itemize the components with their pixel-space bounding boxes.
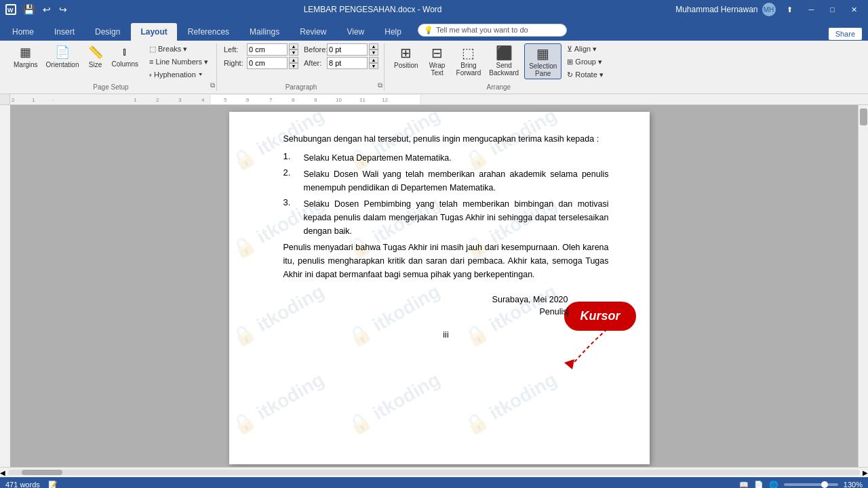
document-viewport[interactable]: 🔒 itkoding 🔒 itkoding 🔒 itkoding 🔒 itkod… (10, 105, 868, 467)
spacing-after-down[interactable]: ▼ (369, 63, 378, 69)
breaks-btn[interactable]: ⬚ Breaks ▾ (146, 43, 211, 55)
svg-text:10: 10 (336, 97, 342, 103)
orientation-btn[interactable]: 📄 Orientation (43, 43, 82, 70)
arrange-label: Arrange (391, 82, 606, 91)
position-btn[interactable]: ⊞ Position (391, 43, 421, 70)
indent-left-down[interactable]: ▼ (289, 49, 298, 56)
redo-quick-btn[interactable]: ↪ (56, 3, 70, 16)
indent-right-spinner: ▲ ▼ (289, 57, 298, 69)
user-avatar: MH (762, 3, 776, 16)
zoom-slider[interactable] (784, 483, 838, 486)
page-setup-group: ▦ Margins 📄 Orientation 📏 Size ⫾ (5, 43, 217, 91)
tab-mailings[interactable]: Mailings (240, 23, 289, 41)
web-layout-btn[interactable]: 🌐 (769, 481, 778, 489)
tab-design[interactable]: Design (85, 23, 130, 41)
intro-paragraph: Sehubungan dengan hal tersebut, penulis … (283, 132, 609, 146)
save-quick-btn[interactable]: 💾 (20, 3, 37, 16)
spacing-before-row: Before: ▲ ▼ (304, 43, 378, 56)
minimize-btn[interactable]: ─ (804, 4, 820, 15)
tab-review[interactable]: Review (290, 23, 336, 41)
margins-label: Margins (14, 61, 38, 68)
svg-text:12: 12 (382, 97, 388, 103)
tell-me-bar[interactable]: 💡 Tell me what you want to do (418, 24, 567, 37)
send-backward-label: SendBackward (489, 62, 519, 77)
tab-view[interactable]: View (337, 23, 374, 41)
indent-spacing: Left: ▲ ▼ Right: ▲ ▼ (224, 43, 378, 69)
spacing-before-input[interactable] (327, 43, 368, 56)
quick-access-toolbar: 💾 ↩ ↪ (20, 3, 70, 16)
svg-text:·: · (52, 97, 54, 103)
send-backward-btn[interactable]: ⬛ SendBackward (486, 43, 521, 78)
spacing-before-up[interactable]: ▲ (369, 43, 378, 49)
size-btn[interactable]: 📏 Size (85, 43, 106, 70)
vertical-scrollbar[interactable] (858, 105, 868, 467)
proofing-icon[interactable]: 📝 (48, 481, 58, 489)
indent-left-row: Left: ▲ ▼ (224, 43, 298, 56)
tab-insert[interactable]: Insert (45, 23, 84, 41)
rotate-btn[interactable]: ↻ Rotate ▾ (564, 69, 606, 81)
main-area: 🔒 itkoding 🔒 itkoding 🔒 itkoding 🔒 itkod… (0, 105, 868, 467)
indent-left-spinner: ▲ ▼ (289, 43, 298, 56)
print-layout-btn[interactable]: 📄 (754, 481, 764, 489)
tab-help[interactable]: Help (375, 23, 411, 41)
status-bar-left: 471 words 📝 (5, 481, 58, 489)
read-mode-btn[interactable]: 📖 (739, 481, 749, 489)
ribbon-toggle-btn[interactable]: ⬆ (781, 4, 798, 16)
wrap-text-btn[interactable]: ⊟ WrapText (424, 43, 451, 78)
ribbon-content: ▦ Margins 📄 Orientation 📏 Size ⫾ (0, 41, 868, 94)
horizontal-scrollbar[interactable]: ◀ ▶ (0, 467, 868, 477)
scroll-right-btn[interactable]: ▶ (863, 469, 868, 476)
paragraph-controls: Left: ▲ ▼ Right: ▲ ▼ (224, 43, 378, 82)
tell-me-text: Tell me what you want to do (436, 26, 528, 34)
hyphenation-btn[interactable]: ⸗ Hyphenation ▾ (146, 69, 211, 81)
bring-forward-icon: ⬚ (462, 45, 475, 61)
selection-pane-btn[interactable]: ▦ SelectionPane (524, 43, 561, 79)
line-numbers-btn[interactable]: ≡ Line Numbers ▾ (146, 56, 211, 68)
group-btn[interactable]: ⊞ Group ▾ (564, 56, 606, 68)
svg-text:2: 2 (156, 97, 159, 103)
list-item-2-text: Selaku Dosen Wali yang telah memberikan … (304, 167, 609, 195)
margins-btn[interactable]: ▦ Margins (11, 43, 41, 70)
arrange-group: ⊞ Position ⊟ WrapText ⬚ BringForward ⬛ S… (386, 43, 612, 91)
paragraph-dialog-btn[interactable]: ⧉ (378, 81, 382, 89)
align-btn[interactable]: ⊻ Align ▾ (564, 43, 606, 55)
scroll-track (8, 470, 860, 475)
svg-rect-2 (10, 94, 868, 105)
bring-forward-btn[interactable]: ⬚ BringForward (454, 43, 484, 78)
position-icon: ⊞ (400, 45, 412, 61)
tab-home[interactable]: Home (3, 23, 43, 41)
size-label: Size (89, 61, 102, 68)
indent-right-input[interactable] (247, 57, 288, 69)
closing-paragraph: Penulis menyadari bahwa Tugas Akhir ini … (283, 241, 609, 281)
columns-btn[interactable]: ⫾ Columns (109, 43, 141, 69)
page-setup-dialog-btn[interactable]: ⧉ (210, 81, 215, 89)
ribbon-tabs: Home Insert Design Layout References Mai… (0, 19, 868, 41)
spacing-after-up[interactable]: ▲ (369, 57, 378, 63)
undo-quick-btn[interactable]: ↩ (40, 3, 54, 16)
spacing-after-input[interactable] (327, 57, 368, 69)
tab-layout[interactable]: Layout (131, 23, 176, 41)
indent-right-up[interactable]: ▲ (289, 57, 298, 63)
word-count[interactable]: 471 words (5, 481, 40, 488)
maximize-btn[interactable]: □ (825, 4, 840, 15)
document-page: 🔒 itkoding 🔒 itkoding 🔒 itkoding 🔒 itkod… (229, 112, 650, 464)
selection-pane-icon: ▦ (536, 45, 549, 62)
svg-text:4: 4 (201, 97, 205, 103)
page-number: iii (283, 330, 609, 340)
indent-left-input[interactable] (247, 43, 288, 56)
acknowledgement-list: 1. Selaku Ketua Departemen Matematika. 2… (283, 151, 609, 238)
indent-left-up[interactable]: ▲ (289, 43, 298, 49)
zoom-level[interactable]: 130% (844, 481, 863, 488)
document-title: LEMBAR PENGESAHAN.docx - Word (70, 5, 675, 14)
ribbon: Home Insert Design Layout References Mai… (0, 19, 868, 41)
title-bar: W 💾 ↩ ↪ LEMBAR PENGESAHAN.docx - Word Mu… (0, 0, 868, 19)
close-btn[interactable]: ✕ (846, 4, 863, 16)
scroll-left-btn[interactable]: ◀ (0, 469, 5, 476)
tab-references[interactable]: References (178, 23, 239, 41)
svg-text:7: 7 (269, 97, 273, 103)
share-button[interactable]: Share (828, 27, 863, 41)
text-cursor (568, 307, 568, 317)
indent-right-down[interactable]: ▼ (289, 63, 298, 69)
spacing-before-down[interactable]: ▼ (369, 49, 378, 56)
list-item-1: 1. Selaku Ketua Departemen Matematika. (283, 151, 609, 165)
